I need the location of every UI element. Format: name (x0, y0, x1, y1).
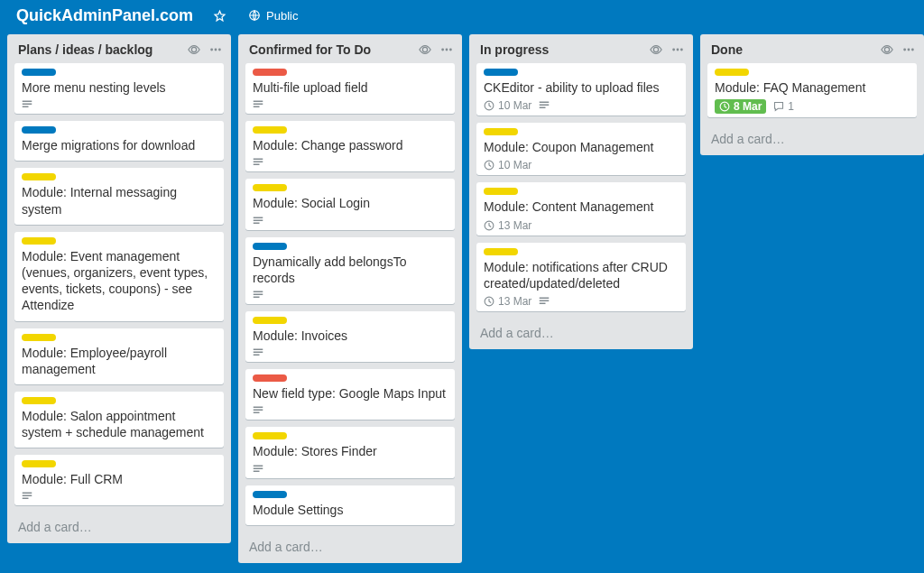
label-yellow[interactable] (22, 173, 56, 180)
description-icon (253, 405, 263, 416)
label-yellow[interactable] (22, 237, 56, 245)
card-labels (253, 491, 448, 498)
label-yellow[interactable] (253, 317, 287, 324)
list-cards: Multi-file upload fieldModule: Change pa… (238, 61, 462, 532)
description-icon (539, 296, 550, 307)
card-title: New field type: Google Maps Input (253, 385, 448, 402)
label-yellow[interactable] (22, 397, 56, 404)
card[interactable]: Module: Stores Finder (245, 427, 455, 477)
list: In progressCKEditor - ability to upload … (469, 34, 693, 349)
card-labels (484, 248, 679, 255)
description-icon (539, 100, 550, 111)
label-yellow[interactable] (715, 69, 749, 76)
card-title: Module: Coupon Management (484, 139, 679, 155)
add-card-button[interactable]: Add a card… (7, 513, 231, 543)
watch-icon[interactable] (186, 42, 202, 58)
card-badges (22, 491, 217, 502)
card[interactable]: Module: Coupon Management10 Mar (476, 123, 686, 175)
card-labels (484, 188, 679, 195)
watch-icon[interactable] (648, 42, 664, 58)
card-labels (22, 460, 217, 467)
list-menu-button[interactable] (208, 42, 224, 58)
label-yellow[interactable] (484, 128, 518, 135)
card-badges (253, 405, 448, 416)
board-header: QuickAdminPanel.com Public (0, 0, 924, 34)
card-badges: 10 Mar (484, 159, 679, 171)
globe-icon (248, 9, 261, 22)
card[interactable]: Module: FAQ Management8 Mar1 (707, 63, 917, 117)
card-labels (22, 173, 217, 180)
card[interactable]: Module: Employee/payroll management (14, 328, 224, 384)
label-yellow[interactable] (484, 188, 518, 195)
card[interactable]: Module: Event management (venues, organi… (14, 232, 224, 321)
star-button[interactable] (206, 5, 234, 26)
card-badges (253, 290, 448, 300)
label-blue[interactable] (22, 69, 56, 76)
add-card-button[interactable]: Add a card… (238, 532, 462, 563)
list-menu-button[interactable] (670, 42, 686, 58)
card-badges (253, 99, 448, 110)
label-yellow[interactable] (253, 432, 287, 439)
label-yellow[interactable] (22, 460, 56, 467)
due-badge: 13 Mar (484, 295, 531, 308)
list-title[interactable]: Plans / ideas / backlog (18, 42, 180, 57)
card[interactable]: New field type: Google Maps Input (245, 369, 455, 420)
list-title[interactable]: Confirmed for To Do (249, 42, 411, 57)
card-labels (253, 126, 448, 134)
label-blue[interactable] (484, 69, 518, 76)
card-title: Module: Salon appointment system + sched… (22, 408, 217, 440)
add-card-button[interactable]: Add a card… (700, 125, 924, 155)
card[interactable]: Module: Content Management13 Mar (476, 182, 686, 235)
card-title: Module: Invoices (253, 328, 448, 344)
card[interactable]: Module Settings (245, 485, 455, 525)
card-badges: 13 Mar (484, 295, 679, 308)
description-icon (253, 290, 263, 300)
label-yellow[interactable] (22, 334, 56, 341)
watch-icon[interactable] (879, 42, 895, 58)
list-cards: CKEditor - ability to upload files10 Mar… (469, 61, 693, 319)
label-blue[interactable] (253, 243, 287, 250)
label-blue[interactable] (22, 126, 56, 134)
list-menu-button[interactable] (439, 42, 455, 58)
card[interactable]: Module: Social Login (245, 179, 455, 229)
card[interactable]: Merge migrations for download (14, 121, 224, 161)
add-card-button[interactable]: Add a card… (469, 319, 693, 349)
board-title[interactable]: QuickAdminPanel.com (11, 5, 199, 27)
card[interactable]: Module: Full CRM (14, 455, 224, 505)
list-menu-button[interactable] (901, 42, 917, 58)
card[interactable]: Module: Change password (245, 121, 455, 171)
card[interactable]: Module: Invoices (245, 311, 455, 362)
card-title: Module: Stores Finder (253, 443, 448, 459)
card-title: Module: Employee/payroll management (22, 345, 217, 377)
card-title: Module: Event management (venues, organi… (22, 248, 217, 314)
card[interactable]: More menu nesting levels (14, 63, 224, 114)
card-badges: 13 Mar (484, 219, 679, 232)
card[interactable]: CKEditor - ability to upload files10 Mar (476, 63, 686, 116)
card-labels (253, 69, 448, 76)
list-title[interactable]: In progress (480, 42, 642, 57)
list-cards: Module: FAQ Management8 Mar1 (700, 61, 924, 125)
list-header: Plans / ideas / backlog (7, 34, 231, 61)
card[interactable]: Multi-file upload field (245, 63, 455, 114)
description-icon (253, 99, 263, 110)
list-title[interactable]: Done (711, 42, 873, 57)
due-badge: 13 Mar (484, 219, 531, 232)
label-red[interactable] (253, 374, 287, 382)
label-yellow[interactable] (253, 184, 287, 191)
card[interactable]: Module: Salon appointment system + sched… (14, 392, 224, 448)
card[interactable]: Module: notifications after CRUD created… (476, 243, 686, 311)
watch-icon[interactable] (417, 42, 433, 58)
list-header: In progress (469, 34, 693, 61)
label-red[interactable] (253, 69, 287, 76)
board-lists: Plans / ideas / backlogMore menu nesting… (0, 34, 924, 563)
card[interactable]: Module: Internal messaging system (14, 168, 224, 224)
card[interactable]: Dynamically add belongsTo records (245, 237, 455, 304)
card-title: Dynamically add belongsTo records (253, 254, 448, 286)
label-yellow[interactable] (253, 126, 287, 134)
visibility-button[interactable]: Public (241, 5, 305, 26)
card-labels (715, 69, 910, 76)
label-blue[interactable] (253, 491, 287, 498)
card-badges: 10 Mar (484, 99, 679, 112)
card-title: Module: Content Management (484, 199, 679, 215)
label-yellow[interactable] (484, 248, 518, 255)
